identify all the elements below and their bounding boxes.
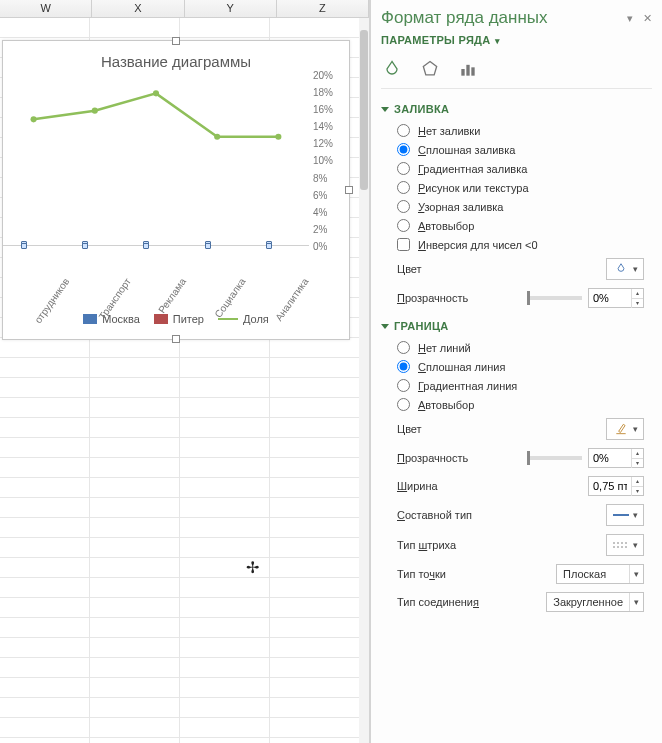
join-type-label: Тип соединения	[397, 596, 479, 608]
col-header[interactable]: X	[92, 0, 184, 17]
fill-transparency-label: Прозрачность	[397, 292, 468, 304]
series-options-dropdown[interactable]: ПАРАМЕТРЫ РЯДА ▾	[381, 34, 652, 46]
border-transparency-label: Прозрачность	[397, 452, 468, 464]
border-width-label: Ширина	[397, 480, 438, 492]
fill-invert-checkbox[interactable]: Инверсия для чисел <0	[381, 235, 644, 254]
fill-color-label: Цвет	[397, 263, 422, 275]
join-type-row: Тип соединения Закругленное▾	[381, 588, 644, 616]
border-width-spinner[interactable]: ▴▾	[588, 476, 644, 496]
legend-label: Доля	[243, 313, 269, 325]
join-type-dropdown[interactable]: Закругленное▾	[546, 592, 644, 612]
dash-type-label: Тип штриха	[397, 539, 456, 551]
col-header[interactable]: Y	[185, 0, 277, 17]
pane-menu-icon[interactable]: ▾	[627, 12, 633, 25]
fill-color-button[interactable]: ▾	[606, 258, 644, 280]
legend-swatch-icon	[154, 314, 168, 324]
chart-title[interactable]: Название диаграммы	[3, 41, 349, 76]
embedded-chart[interactable]: Название диаграммы 20%18%16%14%12% 10%8%…	[2, 40, 350, 340]
legend-item[interactable]: Москва	[83, 313, 140, 325]
col-header[interactable]: W	[0, 0, 92, 17]
border-transparency-row: Прозрачность ▴▾	[381, 444, 644, 472]
legend-item[interactable]: Доля	[218, 313, 269, 325]
resize-handle[interactable]	[172, 37, 180, 45]
dash-type-row: Тип штриха ▾	[381, 530, 644, 560]
pane-scroll[interactable]: ЗАЛИВКА Нет заливки Сплошная заливка Гра…	[381, 95, 652, 743]
fill-pattern-option[interactable]: Узорная заливка	[381, 197, 644, 216]
fill-none-option[interactable]: Нет заливки	[381, 121, 644, 140]
legend-item[interactable]: Питер	[154, 313, 204, 325]
y-axis-labels: 20%18%16%14%12% 10%8%6%4%2%0%	[313, 70, 347, 252]
svg-marker-5	[423, 62, 436, 75]
border-transparency-slider[interactable]	[528, 456, 582, 460]
svg-rect-7	[466, 65, 469, 76]
dash-type-dropdown[interactable]: ▾	[606, 534, 644, 556]
border-section-header[interactable]: ГРАНИЦА	[381, 320, 644, 332]
fill-solid-option[interactable]: Сплошная заливка	[381, 140, 644, 159]
fill-section-header[interactable]: ЗАЛИВКА	[381, 103, 644, 115]
border-width-row: Ширина ▴▾	[381, 472, 644, 500]
border-color-row: Цвет ▾	[381, 414, 644, 444]
fill-gradient-option[interactable]: Градиентная заливка	[381, 159, 644, 178]
worksheet-area: W X Y Z Название диаграммы 20%18%16%14%1…	[0, 0, 370, 743]
x-axis-labels: отрудниковТранспортРекламаСоциалкаАналит…	[3, 246, 309, 287]
border-solid-option[interactable]: Сплошная линия	[381, 357, 644, 376]
close-icon[interactable]: ✕	[643, 12, 652, 25]
svg-rect-6	[461, 69, 464, 76]
plot-area[interactable]: 20%18%16%14%12% 10%8%6%4%2%0%	[3, 76, 309, 246]
vertical-scrollbar[interactable]	[359, 18, 369, 743]
compound-type-label: Составной тип	[397, 509, 472, 521]
fill-auto-option[interactable]: Автовыбор	[381, 216, 644, 235]
series-options-tab-icon[interactable]	[457, 58, 479, 80]
pane-header: Формат ряда данных ▾ ✕	[381, 8, 652, 28]
resize-handle[interactable]	[172, 335, 180, 343]
pane-title: Формат ряда данных	[381, 8, 548, 28]
cap-type-label: Тип точки	[397, 568, 446, 580]
border-transparency-spinner[interactable]: ▴▾	[588, 448, 644, 468]
compound-type-row: Составной тип ▾	[381, 500, 644, 530]
svg-rect-8	[471, 67, 474, 75]
border-color-button[interactable]: ▾	[606, 418, 644, 440]
cap-type-dropdown[interactable]: Плоская▾	[556, 564, 644, 584]
compound-type-dropdown[interactable]: ▾	[606, 504, 644, 526]
col-header[interactable]: Z	[277, 0, 369, 17]
fill-color-row: Цвет ▾	[381, 254, 644, 284]
format-pane: Формат ряда данных ▾ ✕ ПАРАМЕТРЫ РЯДА ▾ …	[370, 0, 662, 743]
fill-transparency-slider[interactable]	[528, 296, 582, 300]
border-color-label: Цвет	[397, 423, 422, 435]
border-auto-option[interactable]: Автовыбор	[381, 395, 644, 414]
border-none-option[interactable]: Нет линий	[381, 338, 644, 357]
cell-cursor-icon: ✢	[246, 558, 259, 577]
border-gradient-option[interactable]: Градиентная линия	[381, 376, 644, 395]
column-headers: W X Y Z	[0, 0, 369, 18]
pane-category-icons	[381, 56, 652, 89]
legend-label: Питер	[173, 313, 204, 325]
scroll-thumb[interactable]	[360, 30, 368, 190]
legend-swatch-icon	[83, 314, 97, 324]
fill-picture-option[interactable]: Рисунок или текстура	[381, 178, 644, 197]
cap-type-row: Тип точки Плоская▾	[381, 560, 644, 588]
fill-transparency-row: Прозрачность ▴▾	[381, 284, 644, 312]
fill-line-tab-icon[interactable]	[381, 58, 403, 80]
effects-tab-icon[interactable]	[419, 58, 441, 80]
fill-transparency-spinner[interactable]: ▴▾	[588, 288, 644, 308]
cells-grid[interactable]: Название диаграммы 20%18%16%14%12% 10%8%…	[0, 18, 359, 743]
